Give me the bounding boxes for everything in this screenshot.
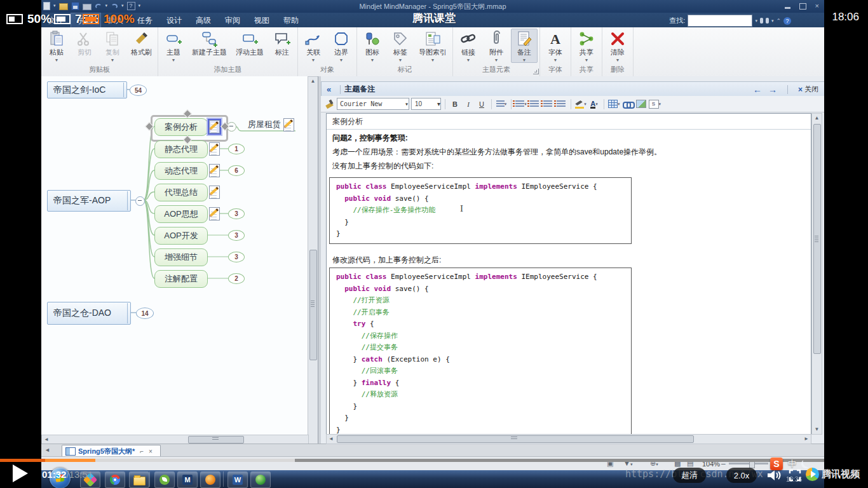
font-name-select[interactable]: Courier New▾ — [337, 98, 409, 110]
notes-horizontal-scrollbar[interactable]: ◄► — [326, 434, 811, 444]
maximize-button[interactable] — [799, 3, 806, 10]
numbered-list-button[interactable]: ▾ — [515, 98, 527, 110]
topic-count-badge[interactable]: 54 — [130, 85, 147, 96]
ribbon-button-共享[interactable]: 共享▼ — [573, 29, 600, 63]
map-vertical-scrollbar[interactable]: ▲ — [308, 76, 318, 444]
note-icon[interactable] — [209, 186, 220, 199]
zoom-slider[interactable] — [729, 463, 768, 464]
callout-topic-label[interactable]: 房屋租赁 — [248, 119, 281, 130]
insert-table-button[interactable]: ▾ — [608, 98, 620, 110]
note-icon[interactable] — [283, 118, 294, 132]
collapse-expander-icon[interactable] — [135, 196, 145, 206]
font-size-select[interactable]: 10▾ — [411, 98, 441, 110]
note-icon[interactable] — [209, 164, 220, 177]
tab-scroll-left-icon[interactable]: ◄ — [44, 447, 50, 453]
topic-count-badge[interactable]: 14 — [136, 308, 154, 319]
ribbon-button-清除[interactable]: 清除▼ — [604, 29, 631, 63]
ribbon-button-链接[interactable]: 链接▼ — [455, 29, 482, 63]
collapse-panel-icon[interactable]: « — [322, 85, 336, 94]
indent-button[interactable] — [555, 98, 567, 110]
highlight-color-button[interactable]: ▾ — [575, 98, 587, 110]
tab-float-icon[interactable]: ⌐ — [140, 448, 144, 455]
subtopic-count-badge[interactable]: 1 — [228, 144, 245, 154]
subtopic-代理总结[interactable]: 代理总结 — [154, 184, 208, 201]
main-topic-帝国之剑-IoC[interactable]: 帝国之剑-IoC — [47, 81, 127, 98]
code-block-before[interactable]: public class EmployeeServiceImpl impleme… — [329, 177, 632, 244]
ribbon-button-粘贴[interactable]: 粘贴▼ — [43, 29, 70, 63]
ribbon-button-新建子主题[interactable]: 新建子主题 — [188, 29, 231, 58]
dialog-launcher-icon[interactable] — [533, 69, 539, 74]
subtopic-AOP思想[interactable]: AOP思想 — [154, 205, 208, 223]
video-frame[interactable]: ▾ ▾ ▾ ? ▾ Mindjet MindManager - Spring5帝… — [41, 0, 824, 488]
word-taskbar-icon[interactable]: W — [227, 471, 248, 488]
align-button[interactable]: ▾ — [496, 98, 507, 110]
moon-icon[interactable] — [801, 459, 810, 468]
code-block-after[interactable]: public class EmployeeServiceImpl impleme… — [329, 268, 632, 435]
play-button[interactable] — [13, 464, 28, 482]
minimize-button[interactable] — [785, 7, 790, 9]
mindmap-canvas[interactable]: 帝国之剑-IoC帝国之军-AOP帝国之仓-DAO5414案例分析静态代理1动态代… — [41, 76, 318, 444]
subtopic-count-badge[interactable]: 2 — [228, 273, 245, 284]
insert-link-button[interactable] — [622, 98, 634, 110]
ribbon-button-标签[interactable]: 标签▼ — [387, 29, 414, 63]
note-icon[interactable] — [209, 207, 220, 220]
ribbon-button-浮动主题[interactable]: 浮动主题 — [232, 29, 268, 58]
insert-datetime-button[interactable]: S▾ — [649, 98, 661, 110]
subtopic-count-badge[interactable]: 3 — [228, 230, 245, 241]
font-color-button[interactable]: A▾ — [588, 98, 600, 110]
subtopic-注解配置[interactable]: 注解配置 — [154, 270, 208, 288]
subtopic-静态代理[interactable]: 静态代理 — [154, 140, 208, 158]
thunder-taskbar-icon[interactable] — [200, 471, 220, 488]
subtopic-count-badge[interactable]: 3 — [228, 252, 245, 262]
note-icon[interactable] — [209, 142, 220, 156]
video-progress-bar[interactable] — [0, 459, 868, 462]
ribbon-button-导图索引[interactable]: 导图索引▼ — [415, 29, 451, 63]
prev-note-icon[interactable]: ← — [753, 85, 762, 95]
explorer-taskbar-icon[interactable] — [129, 471, 149, 488]
ribbon-button-主题[interactable]: 主题▼ — [160, 29, 187, 63]
main-topic-帝国之军-AOP[interactable]: 帝国之军-AOP — [47, 190, 131, 212]
ribbon-button-附件[interactable]: 附件▼ — [483, 29, 510, 63]
tab-close-icon[interactable]: × — [149, 448, 153, 455]
format-painter-icon[interactable] — [323, 98, 335, 110]
close-notes-button[interactable]: × 关闭 — [798, 85, 818, 94]
volume-icon[interactable] — [766, 468, 782, 485]
subtopic-count-badge[interactable]: 6 — [228, 165, 245, 176]
ribbon-button-字体[interactable]: A字体▼ — [542, 29, 569, 63]
chrome-taskbar-icon[interactable] — [105, 471, 125, 488]
underline-button[interactable]: U — [476, 98, 487, 110]
subtopic-动态代理[interactable]: 动态代理 — [154, 162, 208, 180]
green-app-taskbar-icon[interactable] — [250, 471, 271, 488]
fullscreen-icon[interactable] — [788, 468, 802, 485]
spring-taskbar-icon[interactable] — [154, 471, 175, 488]
subtopic-案例分析[interactable]: 案例分析 — [154, 118, 208, 136]
ribbon-button-图标[interactable]: 图标▼ — [359, 29, 386, 63]
sogou-icon[interactable]: S — [770, 458, 783, 470]
map-horizontal-scrollbar[interactable]: ◄ — [41, 435, 309, 444]
bold-button[interactable]: B — [449, 98, 461, 110]
quality-button[interactable]: 超清 — [673, 468, 706, 483]
ribbon-button-关联[interactable]: 关联▼ — [300, 29, 327, 63]
italic-button[interactable]: I — [463, 98, 474, 110]
main-topic-帝国之仓-DAO[interactable]: 帝国之仓-DAO — [47, 302, 131, 325]
bullet-list-button[interactable] — [529, 98, 540, 110]
close-button[interactable]: × — [815, 2, 819, 10]
subtopic-AOP开发[interactable]: AOP开发 — [154, 227, 208, 245]
ribbon-button-格式刷[interactable]: 格式刷 — [127, 29, 156, 58]
next-note-icon[interactable]: → — [768, 85, 777, 95]
subtopic-增强细节[interactable]: 增强细节 — [154, 248, 208, 266]
mindmanager-taskbar-icon[interactable]: M — [177, 471, 198, 488]
workspace: 帝国之剑-IoC帝国之军-AOP帝国之仓-DAO5414案例分析静态代理1动态代… — [41, 76, 824, 444]
ribbon-button-标注[interactable]: 标注 — [269, 29, 295, 58]
notes-document[interactable]: 案例分析问题2，控制事务繁琐:考虑一个应用场景：需要对系统中的某些业务方法做事务… — [326, 113, 811, 435]
document-tab[interactable]: Spring5帝国大纲* ⌐ × — [62, 445, 161, 458]
notes-vertical-scrollbar[interactable]: ▲▼ — [811, 113, 822, 435]
insert-image-button[interactable] — [635, 98, 647, 110]
ribbon-button-备注[interactable]: 备注▼ — [511, 29, 538, 63]
subtopic-count-badge[interactable]: 3 — [228, 208, 245, 219]
ime-lang-label[interactable]: 中 — [788, 458, 796, 470]
speed-button[interactable]: 2.0x — [726, 468, 757, 483]
ribbon-button-边界[interactable]: 边界▼ — [328, 29, 355, 63]
outdent-button[interactable] — [542, 98, 553, 110]
note-icon[interactable] — [209, 120, 220, 133]
